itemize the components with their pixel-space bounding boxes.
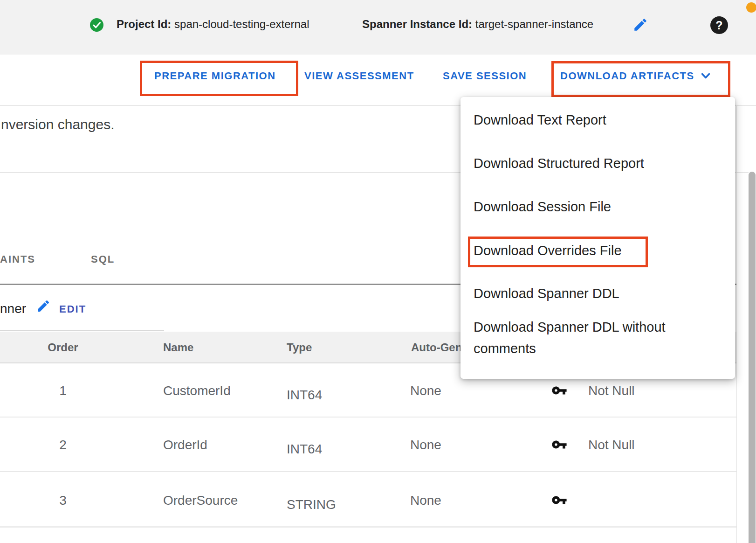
vertical-scrollbar[interactable] bbox=[749, 172, 756, 543]
cell-name: CustomerId bbox=[163, 383, 231, 398]
table-bottom-divider bbox=[0, 526, 736, 528]
table-name-fragment: nner bbox=[0, 301, 26, 316]
view-assessment-button[interactable]: VIEW ASSESSMENT bbox=[304, 69, 414, 83]
project-id-label: Project Id: bbox=[117, 18, 171, 30]
notification-dot bbox=[746, 2, 756, 13]
chevron-down-icon bbox=[701, 73, 710, 79]
cell-name: OrderSource bbox=[163, 493, 238, 508]
top-header: Project Id: span-cloud-testing-external … bbox=[0, 0, 756, 55]
cell-type-dropdown[interactable]: INT64 bbox=[287, 442, 322, 457]
project-id-value: span-cloud-testing-external bbox=[174, 18, 309, 30]
menu-item-download-overrides-file[interactable]: Download Overrides File bbox=[474, 243, 622, 258]
menu-item-download-spanner-ddl[interactable]: Download Spanner DDL bbox=[474, 286, 619, 301]
column-header-order: Order bbox=[37, 341, 89, 354]
content-right-border bbox=[736, 105, 737, 543]
cell-order: 1 bbox=[37, 383, 89, 398]
app-window: Project Id: span-cloud-testing-external … bbox=[0, 0, 756, 543]
edit-instance-button[interactable] bbox=[632, 17, 648, 34]
cell-constraint: Not Null bbox=[588, 438, 635, 452]
tab-sql[interactable]: SQL bbox=[91, 253, 115, 265]
save-session-button[interactable]: SAVE SESSION bbox=[443, 69, 527, 83]
primary-key-icon bbox=[551, 437, 567, 452]
instance-id-label: Spanner Instance Id: bbox=[362, 18, 472, 30]
cell-type-dropdown[interactable]: STRING bbox=[287, 497, 336, 512]
cell-type-dropdown[interactable]: INT64 bbox=[287, 388, 322, 403]
row-divider bbox=[0, 471, 736, 472]
truncated-body-text: nversion changes. bbox=[1, 117, 115, 132]
cell-order: 2 bbox=[37, 438, 89, 452]
cell-autogen: None bbox=[410, 493, 441, 508]
success-check-icon bbox=[90, 18, 103, 32]
primary-key-icon bbox=[551, 383, 567, 398]
edit-link[interactable]: EDIT bbox=[59, 303, 86, 315]
edit-table-button[interactable] bbox=[36, 299, 51, 315]
edit-row-underline bbox=[0, 330, 164, 331]
help-button[interactable]: ? bbox=[710, 16, 728, 34]
project-id-text: Project Id: span-cloud-testing-external bbox=[117, 18, 309, 31]
download-artifacts-label: DOWNLOAD ARTIFACTS bbox=[560, 70, 694, 82]
instance-id-value: target-spanner-instance bbox=[475, 18, 593, 30]
download-artifacts-button[interactable]: DOWNLOAD ARTIFACTS bbox=[560, 69, 710, 83]
instance-id-text: Spanner Instance Id: target-spanner-inst… bbox=[362, 18, 593, 31]
tab-constraints[interactable]: AINTS bbox=[0, 253, 35, 265]
pencil-icon bbox=[632, 17, 648, 33]
menu-item-download-structured-report[interactable]: Download Structured Report bbox=[474, 156, 644, 171]
cell-constraint: Not Null bbox=[588, 383, 635, 398]
menu-item-download-spanner-ddl-without-comments[interactable]: Download Spanner DDL without comments bbox=[474, 316, 693, 359]
row-divider bbox=[0, 417, 736, 418]
pencil-icon bbox=[36, 299, 51, 313]
menu-item-download-session-file[interactable]: Download Session File bbox=[474, 199, 611, 215]
prepare-migration-button[interactable]: PREPARE MIGRATION bbox=[154, 69, 276, 83]
cell-autogen: None bbox=[410, 383, 441, 398]
cell-name: OrderId bbox=[163, 438, 207, 452]
menu-item-download-text-report[interactable]: Download Text Report bbox=[474, 112, 606, 128]
primary-key-icon bbox=[551, 492, 567, 508]
column-header-name: Name bbox=[163, 341, 193, 354]
download-artifacts-menu: Download Text Report Download Structured… bbox=[460, 97, 735, 379]
column-header-type: Type bbox=[287, 341, 312, 354]
cell-order: 3 bbox=[37, 493, 89, 508]
cell-autogen: None bbox=[410, 438, 441, 452]
